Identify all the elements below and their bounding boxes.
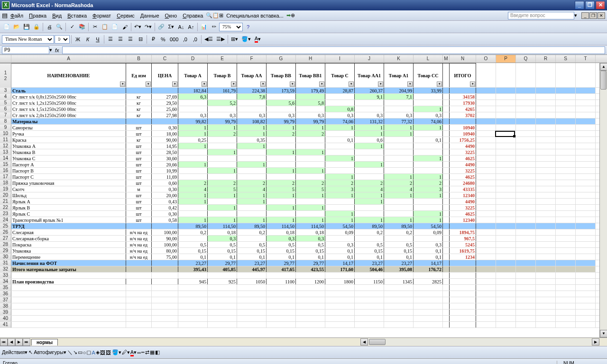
cell[interactable] — [476, 174, 496, 180]
cell[interactable] — [496, 266, 516, 272]
cell[interactable] — [536, 285, 556, 291]
cell[interactable] — [355, 303, 384, 309]
cell[interactable] — [576, 236, 596, 241]
percent-button[interactable]: % — [158, 35, 168, 44]
cell[interactable] — [576, 88, 596, 93]
cell[interactable]: Транспортный ярлык №1 — [11, 217, 126, 223]
cell[interactable]: 0,15 — [208, 248, 237, 254]
cell[interactable]: шт — [126, 162, 152, 167]
cell[interactable] — [576, 180, 596, 186]
cell[interactable] — [516, 106, 536, 112]
cell[interactable] — [208, 155, 237, 161]
cell[interactable] — [443, 149, 450, 155]
cell[interactable] — [443, 155, 450, 161]
cell[interactable] — [496, 205, 516, 210]
formula-input[interactable] — [62, 46, 605, 54]
cell[interactable] — [152, 297, 178, 303]
cell[interactable] — [325, 205, 355, 210]
cell[interactable] — [208, 174, 237, 180]
cell[interactable] — [536, 118, 556, 124]
cell[interactable]: 1 — [237, 199, 267, 204]
cell[interactable] — [516, 217, 536, 223]
cell[interactable]: 20,66 — [152, 162, 178, 167]
cell[interactable]: 1 — [208, 205, 237, 210]
cell[interactable]: Упаковка B — [11, 149, 126, 155]
cell[interactable] — [556, 63, 576, 87]
cell[interactable] — [152, 322, 178, 328]
col-header-L[interactable]: L — [414, 55, 443, 63]
cell[interactable] — [443, 303, 450, 309]
cell[interactable] — [516, 242, 536, 247]
cell[interactable] — [496, 279, 516, 284]
icon-button[interactable]: ⊕ — [291, 12, 295, 18]
cell[interactable] — [476, 199, 496, 204]
cell[interactable] — [576, 229, 596, 235]
cell[interactable]: 11,69 — [152, 174, 178, 180]
cell[interactable]: 2 — [355, 180, 384, 186]
cell[interactable]: кг — [126, 106, 152, 112]
cell[interactable] — [267, 273, 296, 278]
cell[interactable] — [536, 63, 556, 87]
cell[interactable] — [516, 285, 536, 291]
cell[interactable] — [496, 229, 516, 235]
cell[interactable]: 417,65 — [267, 266, 296, 272]
cell[interactable]: 1 — [355, 199, 384, 204]
cell[interactable] — [152, 223, 178, 229]
doc-restore-button[interactable]: ❐ — [589, 12, 597, 19]
arrow-style-button[interactable]: ⇄ — [145, 349, 149, 355]
cell[interactable] — [516, 199, 536, 204]
cell[interactable] — [414, 131, 443, 136]
header-cell[interactable]: Товар CC▾ — [414, 63, 443, 87]
header-cell[interactable]: Товар C▾ — [325, 63, 355, 87]
cell[interactable] — [443, 273, 450, 278]
filter-button[interactable]: ▾ — [231, 82, 236, 87]
cell[interactable] — [496, 248, 516, 254]
cell[interactable] — [576, 217, 596, 223]
cell[interactable] — [178, 322, 208, 328]
doc-close-button[interactable]: ✕ — [598, 12, 605, 19]
cell[interactable] — [576, 186, 596, 192]
cell[interactable] — [267, 106, 296, 112]
cell[interactable] — [496, 199, 516, 204]
cell[interactable] — [496, 260, 516, 266]
cell[interactable] — [178, 155, 208, 161]
cell[interactable] — [178, 106, 208, 112]
row-header-23[interactable]: 23 — [0, 211, 11, 217]
dropdown-icon[interactable]: ▾ — [574, 12, 577, 18]
cell[interactable] — [237, 309, 267, 315]
cell[interactable] — [450, 266, 476, 272]
cell[interactable] — [384, 199, 414, 204]
cell[interactable]: 1 — [414, 217, 443, 223]
cell[interactable] — [208, 137, 237, 143]
cell[interactable] — [536, 303, 556, 309]
cell[interactable] — [516, 260, 536, 266]
cell[interactable]: Ст лист х/к 2,0х1250х2500 08пс — [11, 112, 126, 118]
cell[interactable] — [536, 266, 556, 272]
cell[interactable]: 23,27 — [355, 260, 384, 266]
cell[interactable] — [576, 309, 596, 315]
cell[interactable] — [414, 309, 443, 315]
cell[interactable]: 0,5 — [237, 242, 267, 247]
cell[interactable] — [556, 217, 576, 223]
cell[interactable] — [355, 309, 384, 315]
header-cell[interactable]: Товар A1▾ — [384, 63, 414, 87]
filter-button[interactable]: ▾ — [290, 82, 295, 87]
cell[interactable]: 0,09 — [325, 229, 355, 235]
cell[interactable] — [516, 266, 536, 272]
cell[interactable] — [384, 149, 414, 155]
cell[interactable]: шт — [126, 199, 152, 204]
cell[interactable]: 1 — [355, 125, 384, 130]
row-header-5[interactable]: 5 — [0, 100, 11, 106]
cell[interactable] — [576, 254, 596, 260]
menu-Вид[interactable]: Вид — [49, 12, 64, 19]
cell[interactable] — [443, 125, 450, 130]
cell[interactable]: Перемещение — [11, 254, 126, 260]
cell[interactable] — [516, 125, 536, 130]
cell[interactable]: 967,5 — [450, 236, 476, 241]
cell[interactable] — [576, 223, 596, 229]
cell[interactable]: 3702 — [450, 112, 476, 118]
cell[interactable] — [576, 266, 596, 272]
cell[interactable]: 0,3 — [384, 112, 414, 118]
col-header-C[interactable]: C — [152, 55, 178, 63]
select-all-corner[interactable] — [0, 55, 11, 63]
